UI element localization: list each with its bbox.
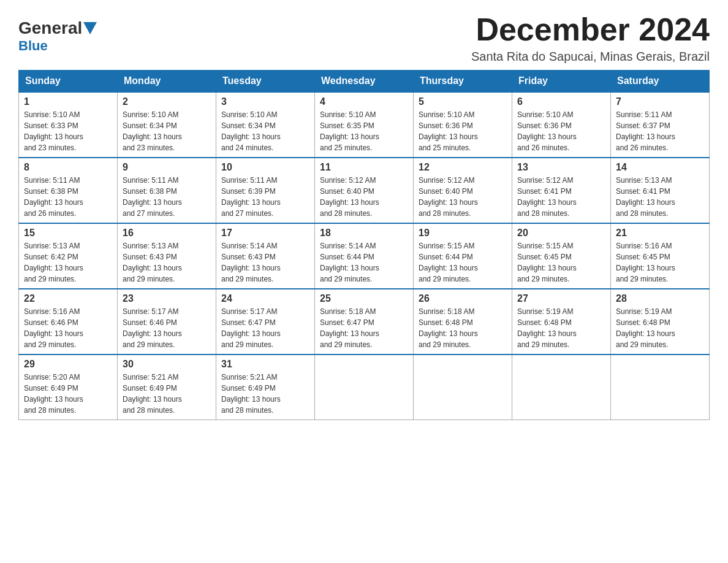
day-number: 12	[419, 162, 507, 173]
page-header: General Blue December 2024 Santa Rita do…	[18, 12, 710, 64]
title-section: December 2024 Santa Rita do Sapucai, Min…	[471, 12, 710, 64]
logo-blue-text: Blue	[18, 38, 48, 54]
calendar-week-row: 22 Sunrise: 5:16 AM Sunset: 6:46 PM Dayl…	[19, 289, 710, 354]
calendar-cell: 21 Sunrise: 5:16 AM Sunset: 6:45 PM Dayl…	[611, 223, 710, 289]
day-info: Sunrise: 5:10 AM Sunset: 6:33 PM Dayligh…	[24, 109, 112, 153]
day-info: Sunrise: 5:10 AM Sunset: 6:34 PM Dayligh…	[123, 109, 211, 153]
calendar-cell: 7 Sunrise: 5:11 AM Sunset: 6:37 PM Dayli…	[611, 92, 710, 158]
calendar-cell: 17 Sunrise: 5:14 AM Sunset: 6:43 PM Dayl…	[216, 223, 315, 289]
calendar-cell: 29 Sunrise: 5:20 AM Sunset: 6:49 PM Dayl…	[19, 354, 118, 420]
day-header-monday: Monday	[118, 71, 216, 93]
month-title: December 2024	[471, 12, 710, 47]
calendar-cell: 27 Sunrise: 5:19 AM Sunset: 6:48 PM Dayl…	[512, 289, 611, 354]
calendar-cell: 20 Sunrise: 5:15 AM Sunset: 6:45 PM Dayl…	[512, 223, 611, 289]
day-info: Sunrise: 5:11 AM Sunset: 6:39 PM Dayligh…	[221, 175, 309, 219]
calendar-cell: 11 Sunrise: 5:12 AM Sunset: 6:40 PM Dayl…	[315, 158, 414, 223]
calendar-week-row: 8 Sunrise: 5:11 AM Sunset: 6:38 PM Dayli…	[19, 158, 710, 223]
calendar-cell: 14 Sunrise: 5:13 AM Sunset: 6:41 PM Dayl…	[611, 158, 710, 223]
calendar-cell: 5 Sunrise: 5:10 AM Sunset: 6:36 PM Dayli…	[414, 92, 512, 158]
day-info: Sunrise: 5:20 AM Sunset: 6:49 PM Dayligh…	[24, 372, 112, 416]
calendar-cell: 26 Sunrise: 5:18 AM Sunset: 6:48 PM Dayl…	[414, 289, 512, 354]
calendar-cell: 15 Sunrise: 5:13 AM Sunset: 6:42 PM Dayl…	[19, 223, 118, 289]
day-number: 5	[419, 96, 507, 107]
day-info: Sunrise: 5:17 AM Sunset: 6:46 PM Dayligh…	[123, 306, 211, 350]
calendar-cell: 12 Sunrise: 5:12 AM Sunset: 6:40 PM Dayl…	[414, 158, 512, 223]
calendar-cell: 2 Sunrise: 5:10 AM Sunset: 6:34 PM Dayli…	[118, 92, 216, 158]
day-info: Sunrise: 5:10 AM Sunset: 6:34 PM Dayligh…	[221, 109, 309, 153]
calendar-table: SundayMondayTuesdayWednesdayThursdayFrid…	[18, 70, 710, 420]
day-number: 26	[419, 293, 507, 304]
calendar-cell	[611, 354, 710, 420]
calendar-cell: 28 Sunrise: 5:19 AM Sunset: 6:48 PM Dayl…	[611, 289, 710, 354]
calendar-cell: 3 Sunrise: 5:10 AM Sunset: 6:34 PM Dayli…	[216, 92, 315, 158]
day-header-wednesday: Wednesday	[315, 71, 414, 93]
calendar-week-row: 1 Sunrise: 5:10 AM Sunset: 6:33 PM Dayli…	[19, 92, 710, 158]
day-info: Sunrise: 5:15 AM Sunset: 6:45 PM Dayligh…	[517, 240, 605, 285]
day-info: Sunrise: 5:12 AM Sunset: 6:40 PM Dayligh…	[419, 175, 507, 219]
location-title: Santa Rita do Sapucai, Minas Gerais, Bra…	[471, 50, 710, 64]
calendar-cell: 18 Sunrise: 5:14 AM Sunset: 6:44 PM Dayl…	[315, 223, 414, 289]
day-number: 31	[221, 359, 309, 370]
calendar-week-row: 15 Sunrise: 5:13 AM Sunset: 6:42 PM Dayl…	[19, 223, 710, 289]
day-info: Sunrise: 5:15 AM Sunset: 6:44 PM Dayligh…	[419, 240, 507, 285]
day-header-sunday: Sunday	[19, 71, 118, 93]
day-info: Sunrise: 5:19 AM Sunset: 6:48 PM Dayligh…	[517, 306, 605, 350]
svg-marker-0	[83, 22, 97, 34]
day-number: 10	[221, 162, 309, 173]
day-number: 15	[24, 228, 112, 239]
calendar-cell: 13 Sunrise: 5:12 AM Sunset: 6:41 PM Dayl…	[512, 158, 611, 223]
day-number: 8	[24, 162, 112, 173]
calendar-cell: 31 Sunrise: 5:21 AM Sunset: 6:49 PM Dayl…	[216, 354, 315, 420]
calendar-cell: 4 Sunrise: 5:10 AM Sunset: 6:35 PM Dayli…	[315, 92, 414, 158]
day-info: Sunrise: 5:18 AM Sunset: 6:48 PM Dayligh…	[419, 306, 507, 350]
day-number: 18	[320, 228, 408, 239]
calendar-cell: 25 Sunrise: 5:18 AM Sunset: 6:47 PM Dayl…	[315, 289, 414, 354]
day-number: 30	[123, 359, 211, 370]
day-info: Sunrise: 5:13 AM Sunset: 6:42 PM Dayligh…	[24, 240, 112, 285]
logo-arrow-icon	[83, 22, 97, 37]
day-number: 6	[517, 96, 605, 107]
day-info: Sunrise: 5:10 AM Sunset: 6:36 PM Dayligh…	[517, 109, 605, 153]
logo: General Blue	[18, 18, 97, 54]
day-info: Sunrise: 5:14 AM Sunset: 6:44 PM Dayligh…	[320, 240, 408, 285]
day-number: 21	[616, 228, 704, 239]
day-info: Sunrise: 5:16 AM Sunset: 6:45 PM Dayligh…	[616, 240, 704, 285]
calendar-cell: 23 Sunrise: 5:17 AM Sunset: 6:46 PM Dayl…	[118, 289, 216, 354]
day-header-friday: Friday	[512, 71, 611, 93]
calendar-cell: 8 Sunrise: 5:11 AM Sunset: 6:38 PM Dayli…	[19, 158, 118, 223]
day-info: Sunrise: 5:17 AM Sunset: 6:47 PM Dayligh…	[221, 306, 309, 350]
day-number: 9	[123, 162, 211, 173]
day-number: 24	[221, 293, 309, 304]
day-info: Sunrise: 5:12 AM Sunset: 6:41 PM Dayligh…	[517, 175, 605, 219]
day-info: Sunrise: 5:19 AM Sunset: 6:48 PM Dayligh…	[616, 306, 704, 350]
day-number: 29	[24, 359, 112, 370]
day-number: 16	[123, 228, 211, 239]
day-number: 28	[616, 293, 704, 304]
day-header-saturday: Saturday	[611, 71, 710, 93]
day-info: Sunrise: 5:12 AM Sunset: 6:40 PM Dayligh…	[320, 175, 408, 219]
day-info: Sunrise: 5:14 AM Sunset: 6:43 PM Dayligh…	[221, 240, 309, 285]
calendar-cell: 19 Sunrise: 5:15 AM Sunset: 6:44 PM Dayl…	[414, 223, 512, 289]
day-info: Sunrise: 5:21 AM Sunset: 6:49 PM Dayligh…	[221, 372, 309, 416]
day-number: 13	[517, 162, 605, 173]
day-header-thursday: Thursday	[414, 71, 512, 93]
day-number: 19	[419, 228, 507, 239]
calendar-header-row: SundayMondayTuesdayWednesdayThursdayFrid…	[19, 71, 710, 93]
day-number: 2	[123, 96, 211, 107]
day-info: Sunrise: 5:10 AM Sunset: 6:35 PM Dayligh…	[320, 109, 408, 153]
logo-general-text: General	[18, 18, 82, 38]
calendar-cell: 16 Sunrise: 5:13 AM Sunset: 6:43 PM Dayl…	[118, 223, 216, 289]
day-number: 1	[24, 96, 112, 107]
day-info: Sunrise: 5:13 AM Sunset: 6:41 PM Dayligh…	[616, 175, 704, 219]
day-info: Sunrise: 5:13 AM Sunset: 6:43 PM Dayligh…	[123, 240, 211, 285]
day-number: 4	[320, 96, 408, 107]
day-header-tuesday: Tuesday	[216, 71, 315, 93]
calendar-cell	[315, 354, 414, 420]
day-number: 17	[221, 228, 309, 239]
calendar-week-row: 29 Sunrise: 5:20 AM Sunset: 6:49 PM Dayl…	[19, 354, 710, 420]
day-info: Sunrise: 5:18 AM Sunset: 6:47 PM Dayligh…	[320, 306, 408, 350]
day-number: 22	[24, 293, 112, 304]
day-info: Sunrise: 5:11 AM Sunset: 6:37 PM Dayligh…	[616, 109, 704, 153]
calendar-cell: 22 Sunrise: 5:16 AM Sunset: 6:46 PM Dayl…	[19, 289, 118, 354]
day-number: 7	[616, 96, 704, 107]
